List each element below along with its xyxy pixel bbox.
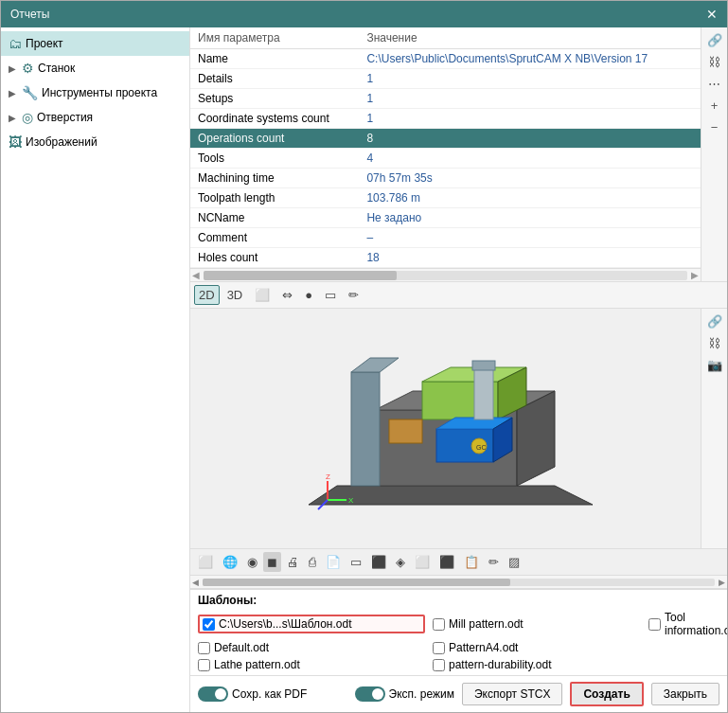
value-cell: Не задано <box>359 208 701 228</box>
machine-3d-view: X Z GC <box>299 334 593 524</box>
scroll-right-arrow[interactable]: ▶ <box>689 270 701 280</box>
sidebar-item-machine[interactable]: ▶ ⚙ Станок <box>1 56 189 80</box>
template-checkbox-2[interactable] <box>648 618 661 631</box>
horizontal-scrollbar[interactable]: ◀ ▶ <box>190 268 701 281</box>
close-window-button[interactable]: ✕ <box>706 7 718 22</box>
right-panel: Имя параметра Значение NameC:\Users\Publ… <box>190 27 727 712</box>
template-item-6[interactable]: pattern-durability.odt <box>433 658 641 671</box>
table-row[interactable]: Details1 <box>190 69 701 89</box>
action-bar: Сохр. как PDF Эксп. режим Экспорт STCX С… <box>190 675 727 712</box>
scroll-left-arrow[interactable]: ◀ <box>190 270 202 280</box>
value-cell: 1 <box>359 109 701 129</box>
template-item-2[interactable]: Tool information.odt <box>648 611 727 637</box>
template-checkbox-1[interactable] <box>433 618 445 631</box>
col-param-header: Имя параметра <box>190 27 359 49</box>
bt-doc[interactable]: 📄 <box>322 552 345 572</box>
template-checkbox-3[interactable] <box>198 642 210 654</box>
view-camera-icon[interactable]: 📷 <box>705 356 724 374</box>
sidebar-label-holes: Отверстия <box>37 111 93 124</box>
table-row[interactable]: Toolpath length103.786 m <box>190 188 701 208</box>
export-mode-thumb <box>372 688 383 700</box>
templates-section: Шаблоны: C:\Users\b...s\Шаблон.odt Mill … <box>190 589 727 675</box>
holes-icon: ◎ <box>22 110 33 125</box>
expand-arrow-holes: ▶ <box>9 113 16 123</box>
scroll-left[interactable]: ◀ <box>190 578 201 587</box>
template-item-0[interactable]: C:\Users\b...s\Шаблон.odt <box>198 615 425 633</box>
template-item-5[interactable]: Lathe pattern.odt <box>198 658 425 671</box>
bt-sq4[interactable]: ⬛ <box>435 552 458 572</box>
create-button[interactable]: Создать <box>570 682 643 706</box>
toolbar-pen-button[interactable]: ✏ <box>344 285 364 305</box>
table-row[interactable]: NCNameНе задано <box>190 208 701 228</box>
toolbar-2d-button[interactable]: 2D <box>194 285 220 305</box>
link-icon-2[interactable]: ⛓ <box>706 53 722 71</box>
export-mode-toggle[interactable]: Эксп. режим <box>355 686 454 702</box>
template-item-1[interactable]: Mill pattern.odt <box>433 617 641 631</box>
title-bar: Отчеты ✕ <box>1 1 727 27</box>
templates-outer: Шаблоны: C:\Users\b...s\Шаблон.odt Mill … <box>190 588 727 675</box>
template-checkbox-0[interactable] <box>203 618 215 631</box>
sidebar-item-project[interactable]: 🗂 Проект <box>1 31 189 56</box>
table-row[interactable]: Comment– <box>190 228 701 248</box>
table-right-icons: 🔗 ⛓ ⋯ + − <box>701 27 727 281</box>
template-checkbox-4[interactable] <box>433 642 445 654</box>
remove-icon[interactable]: − <box>709 118 720 136</box>
table-row[interactable]: Holes count18 <box>190 248 701 268</box>
save-pdf-track[interactable] <box>198 686 228 702</box>
table-row[interactable]: Tools4 <box>190 149 701 169</box>
toolbar-rect-button[interactable]: ▭ <box>320 285 341 305</box>
template-checkbox-5[interactable] <box>198 659 210 671</box>
sidebar-item-tools[interactable]: ▶ 🔧 Инструменты проекта <box>1 80 189 105</box>
template-checkbox-6[interactable] <box>433 659 445 671</box>
template-item-4[interactable]: PatternA4.odt <box>433 641 641 654</box>
bt-diamond[interactable]: ◈ <box>392 552 409 572</box>
template-label-3: Default.odt <box>214 641 269 654</box>
sidebar-item-holes[interactable]: ▶ ◎ Отверстия <box>1 105 189 130</box>
svg-rect-14 <box>389 419 422 443</box>
toolbar-frame-button[interactable]: ⬜ <box>250 285 275 305</box>
close-button[interactable]: Закрыть <box>651 683 719 705</box>
table-row[interactable]: Machining time07h 57m 35s <box>190 169 701 188</box>
toolbar-fill-button[interactable]: ● <box>300 285 317 305</box>
svg-text:X: X <box>348 496 354 505</box>
view-toolbar: 2D 3D ⬜ ⇔ ● ▭ ✏ <box>190 282 727 309</box>
export-stcx-button[interactable]: Экспорт STCX <box>462 683 562 705</box>
export-mode-track[interactable] <box>355 686 385 702</box>
table-row[interactable]: Coordinate systems count1 <box>190 109 701 129</box>
bt-list[interactable]: 📋 <box>460 552 483 572</box>
table-row[interactable]: Setups1 <box>190 89 701 109</box>
view-link-icon-2[interactable]: ⛓ <box>706 334 722 352</box>
bt-circle[interactable]: ◉ <box>243 552 261 572</box>
more-icon[interactable]: ⋯ <box>706 75 722 93</box>
bt-box[interactable]: ◼ <box>263 552 281 572</box>
template-label-0: C:\Users\b...s\Шаблон.odt <box>219 617 351 631</box>
link-icon-1[interactable]: 🔗 <box>705 31 724 49</box>
bt-select[interactable]: ⬜ <box>194 552 217 572</box>
svg-text:GC: GC <box>476 444 487 451</box>
bt-sq1[interactable]: ▭ <box>346 552 365 572</box>
table-row[interactable]: NameC:\Users\Public\Documents\SprutCAM X… <box>190 49 701 69</box>
toolbar-split-button[interactable]: ⇔ <box>277 285 297 305</box>
svg-rect-12 <box>351 372 380 486</box>
bt-pen[interactable]: ✏ <box>485 552 503 572</box>
bt-globe[interactable]: 🌐 <box>219 552 241 572</box>
add-icon[interactable]: + <box>709 97 720 115</box>
save-pdf-toggle[interactable]: Сохр. как PDF <box>198 686 307 702</box>
toolbar-3d-button[interactable]: 3D <box>222 285 248 305</box>
bt-hatch[interactable]: ▨ <box>505 552 524 572</box>
bt-sq2[interactable]: ⬛ <box>367 552 390 572</box>
bt-print1[interactable]: 🖨 <box>283 552 303 572</box>
view-link-icon-1[interactable]: 🔗 <box>705 312 724 330</box>
param-cell: Details <box>190 69 359 89</box>
sidebar-item-images[interactable]: 🖼 Изображений <box>1 130 189 154</box>
template-item-3[interactable]: Default.odt <box>198 641 425 654</box>
bt-print2[interactable]: ⎙ <box>305 552 320 572</box>
template-label-6: pattern-durability.odt <box>449 658 552 671</box>
sidebar-label-project: Проект <box>26 37 63 50</box>
bottom-scroll-thumb <box>203 579 510 586</box>
table-content: Имя параметра Значение NameC:\Users\Publ… <box>190 27 701 281</box>
table-row[interactable]: Operations count8 <box>190 129 701 149</box>
param-cell: Holes count <box>190 248 359 268</box>
scroll-right[interactable]: ▶ <box>717 578 727 587</box>
bt-sq3[interactable]: ⬜ <box>411 552 434 572</box>
